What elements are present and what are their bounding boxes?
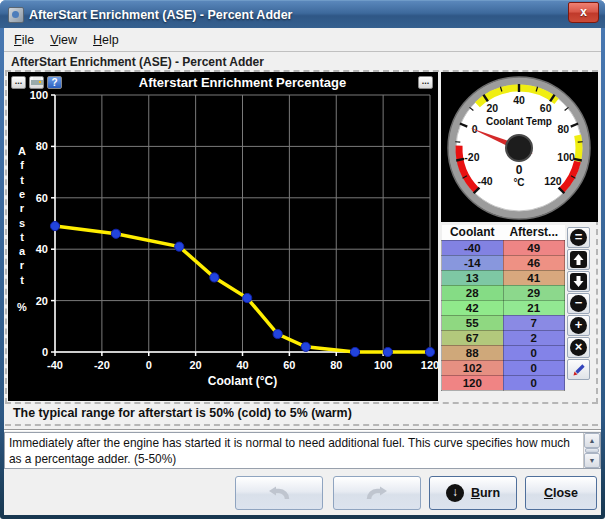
svg-text:-40: -40 bbox=[47, 359, 63, 371]
set-value-button[interactable]: = bbox=[567, 227, 590, 248]
afterstart-cell[interactable]: 2 bbox=[503, 330, 565, 345]
svg-text:80: 80 bbox=[558, 123, 570, 135]
table-row[interactable]: 880 bbox=[442, 345, 565, 360]
coolant-cell[interactable]: 55 bbox=[442, 315, 504, 330]
svg-text:0: 0 bbox=[146, 359, 152, 371]
minus-button-icon: − bbox=[570, 295, 587, 312]
svg-text:-20: -20 bbox=[94, 359, 110, 371]
description-area: Immediately after the engine has started… bbox=[4, 432, 601, 469]
svg-text:A: A bbox=[18, 145, 26, 157]
coolant-cell[interactable]: 67 bbox=[442, 330, 504, 345]
menu-view[interactable]: View bbox=[42, 30, 85, 50]
svg-text:100: 100 bbox=[374, 359, 392, 371]
value-table[interactable]: CoolantAfterst...-4049-14461341282942215… bbox=[441, 225, 565, 391]
help-icon[interactable]: ? bbox=[47, 76, 62, 89]
svg-text:40: 40 bbox=[36, 243, 48, 255]
svg-text:a: a bbox=[19, 245, 26, 257]
svg-text:120: 120 bbox=[544, 175, 562, 187]
table-row[interactable]: -1446 bbox=[442, 255, 565, 270]
edit-button[interactable] bbox=[567, 359, 590, 380]
coolant-cell[interactable]: 28 bbox=[442, 285, 504, 300]
redo-button[interactable] bbox=[333, 476, 421, 510]
app-icon bbox=[8, 7, 24, 23]
curve-chart[interactable]: 020406080100-40-20020406080100120Afterst… bbox=[8, 72, 438, 401]
afterstart-cell[interactable]: 0 bbox=[503, 360, 565, 375]
close-dialog-button[interactable]: Close bbox=[525, 476, 597, 510]
coolant-cell[interactable]: 120 bbox=[442, 375, 504, 390]
svg-text:80: 80 bbox=[330, 359, 342, 371]
scroll-down-button[interactable]: ▼ bbox=[584, 453, 600, 468]
chart-options-right-button[interactable]: ... bbox=[418, 76, 433, 89]
afterstart-cell[interactable]: 21 bbox=[503, 300, 565, 315]
afterstart-cell[interactable]: 29 bbox=[503, 285, 565, 300]
up-arrow-icon bbox=[570, 251, 587, 268]
menu-file[interactable]: File bbox=[6, 30, 42, 50]
table-row[interactable]: -4049 bbox=[442, 240, 565, 255]
svg-text:r: r bbox=[20, 202, 25, 214]
coolant-cell[interactable]: -40 bbox=[442, 240, 504, 255]
table-row[interactable]: 4221 bbox=[442, 300, 565, 315]
menu-help[interactable]: Help bbox=[85, 30, 127, 50]
svg-text:60: 60 bbox=[540, 102, 552, 114]
coolant-cell[interactable]: 102 bbox=[442, 360, 504, 375]
undo-icon bbox=[266, 483, 292, 503]
table-row[interactable]: 1200 bbox=[442, 375, 565, 390]
table-row[interactable]: 557 bbox=[442, 315, 565, 330]
close-button[interactable]: x bbox=[568, 2, 599, 23]
coolant-cell[interactable]: 13 bbox=[442, 270, 504, 285]
redo-icon bbox=[364, 483, 390, 503]
table-row[interactable]: 2829 bbox=[442, 285, 565, 300]
svg-text:0: 0 bbox=[516, 163, 523, 177]
clear-button[interactable]: × bbox=[567, 337, 590, 358]
afterstart-cell[interactable]: 0 bbox=[503, 345, 565, 360]
table-row[interactable]: 672 bbox=[442, 330, 565, 345]
svg-text:20: 20 bbox=[36, 295, 48, 307]
scroll-up-button[interactable]: ▲ bbox=[584, 433, 600, 448]
titlebar[interactable]: AfterStart Enrichment (ASE) - Percent Ad… bbox=[0, 0, 605, 28]
svg-text:40: 40 bbox=[236, 359, 248, 371]
print-icon[interactable] bbox=[29, 76, 44, 89]
table-row[interactable]: 1020 bbox=[442, 360, 565, 375]
svg-text:t: t bbox=[20, 174, 24, 186]
svg-text:40: 40 bbox=[513, 94, 525, 106]
svg-text:20: 20 bbox=[486, 102, 498, 114]
plus-button-icon: + bbox=[570, 317, 587, 334]
description-scrollbar[interactable]: ▲ ▼ bbox=[583, 433, 600, 468]
undo-button[interactable] bbox=[235, 476, 323, 510]
afterstart-cell[interactable]: 41 bbox=[503, 270, 565, 285]
svg-text:100: 100 bbox=[30, 89, 48, 101]
svg-text:60: 60 bbox=[283, 359, 295, 371]
afterstart-cell[interactable]: 49 bbox=[503, 240, 565, 255]
table-row[interactable]: 1341 bbox=[442, 270, 565, 285]
coolant-cell[interactable]: 88 bbox=[442, 345, 504, 360]
svg-text:Coolant Temp: Coolant Temp bbox=[486, 116, 552, 127]
svg-text:100: 100 bbox=[557, 151, 575, 163]
set-value-button-icon: = bbox=[570, 229, 587, 246]
footer-bar: ↓ Burn Close bbox=[4, 469, 601, 515]
increment-button[interactable] bbox=[567, 249, 590, 270]
afterstart-cell[interactable]: 0 bbox=[503, 375, 565, 390]
description-text: Immediately after the engine has started… bbox=[9, 435, 585, 467]
menubar: FileViewHelp bbox=[4, 28, 601, 52]
window-title: AfterStart Enrichment (ASE) - Percent Ad… bbox=[29, 8, 292, 22]
coolant-cell[interactable]: 42 bbox=[442, 300, 504, 315]
afterstart-cell[interactable]: 46 bbox=[503, 255, 565, 270]
burn-icon: ↓ bbox=[446, 484, 464, 502]
hint-label: The typical range for afterstart is 50% … bbox=[5, 402, 598, 426]
coolant-cell[interactable]: -14 bbox=[442, 255, 504, 270]
minus-button[interactable]: − bbox=[567, 293, 590, 314]
burn-button[interactable]: ↓ Burn bbox=[429, 476, 517, 510]
afterstart-cell[interactable]: 7 bbox=[503, 315, 565, 330]
svg-text:%: % bbox=[17, 301, 27, 313]
group-title: AfterStart Enrichment (ASE) - Percent Ad… bbox=[11, 55, 264, 69]
close-label: Close bbox=[544, 486, 578, 500]
chart-options-left-button[interactable]: ... bbox=[11, 76, 26, 89]
svg-text:80: 80 bbox=[36, 140, 48, 152]
decrement-button[interactable] bbox=[567, 271, 590, 292]
coolant-gauge: -40-20020406080100120Coolant Temp0°C bbox=[441, 72, 598, 222]
dialog-window: AfterStart Enrichment (ASE) - Percent Ad… bbox=[0, 0, 605, 519]
plus-button[interactable]: + bbox=[567, 315, 590, 336]
burn-label: Burn bbox=[471, 486, 500, 500]
svg-text:120: 120 bbox=[421, 359, 438, 371]
svg-text:Coolant (°C): Coolant (°C) bbox=[208, 374, 277, 388]
